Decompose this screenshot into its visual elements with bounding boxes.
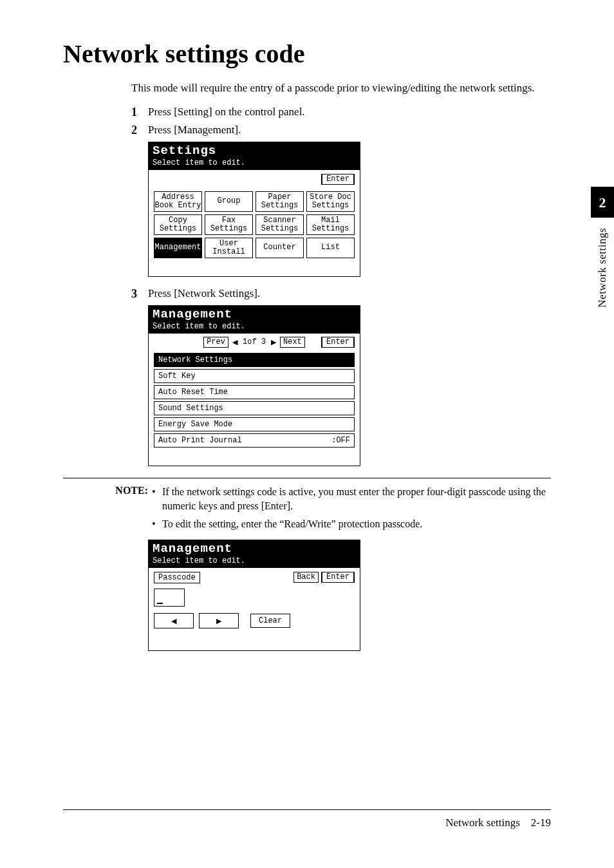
settings-grid-cell[interactable]: PaperSettings	[256, 191, 304, 212]
settings-grid-cell[interactable]: List	[306, 238, 355, 258]
note-item: If the network settings code is active, …	[152, 485, 551, 514]
note-list: If the network settings code is active, …	[152, 485, 551, 534]
lcd-settings-screen: Settings Select item to edit. Enter Addr…	[148, 142, 360, 277]
lcd-management-list-screen: Management Select item to edit. Prev ◀ 1…	[148, 305, 360, 466]
chapter-tab: 2	[591, 187, 614, 218]
footer-page-number: 2-19	[531, 816, 551, 829]
management-list-row[interactable]: Sound Settings	[154, 401, 355, 415]
lcd-body: Passcode Back Enter ◀ ▶ Clear	[149, 568, 360, 650]
passcode-input[interactable]	[154, 589, 185, 607]
lcd-subtitle: Select item to edit.	[153, 158, 356, 167]
settings-grid-cell[interactable]: ScannerSettings	[256, 214, 304, 235]
page-indicator: 1of 3	[241, 337, 267, 346]
document-page: Network settings code This mode will req…	[0, 0, 614, 693]
lcd-header: Settings Select item to edit.	[149, 142, 360, 170]
management-list-row[interactable]: Auto Reset Time	[154, 385, 355, 399]
step-2: 2 Press [Management]. Settings Select it…	[131, 124, 551, 277]
step-number: 2	[131, 124, 137, 137]
lcd-body: Enter AddressBook EntryGroupPaperSetting…	[149, 170, 360, 276]
lcd-passcode-screen: Management Select item to edit. Passcode…	[148, 540, 360, 651]
lcd-header: Management Select item to edit.	[149, 540, 360, 568]
step-text: Press [Management].	[148, 124, 241, 136]
page-footer: Network settings 2-19	[63, 809, 551, 829]
settings-grid-cell[interactable]: MailSettings	[306, 214, 355, 235]
note-label: NOTE:	[102, 485, 152, 534]
passcode-label: Passcode	[154, 572, 200, 583]
footer-section: Network settings	[445, 816, 520, 829]
triangle-right-icon: ▶	[216, 617, 221, 625]
enter-button[interactable]: Enter	[321, 572, 355, 583]
lcd-title: Management	[153, 543, 356, 555]
step-number: 1	[131, 106, 137, 119]
note-block: NOTE: If the network settings code is ac…	[102, 485, 551, 534]
triangle-right-icon: ▶	[271, 338, 276, 346]
management-list-row[interactable]: Soft Key	[154, 369, 355, 383]
step-number: 3	[131, 287, 137, 301]
settings-grid-cell[interactable]: AddressBook Entry	[154, 191, 202, 212]
lcd-title: Management	[153, 308, 356, 321]
chapter-side-label: Network settings	[596, 228, 609, 308]
management-list-row[interactable]: Auto Print Journal:OFF	[154, 433, 355, 448]
lcd-subtitle: Select item to edit.	[153, 322, 356, 331]
management-list: Network SettingsSoft KeyAuto Reset TimeS…	[154, 353, 355, 448]
lcd-title: Settings	[153, 145, 356, 157]
enter-button[interactable]: Enter	[321, 174, 355, 185]
management-list-row[interactable]: Network Settings	[154, 353, 355, 367]
arrow-right-button[interactable]: ▶	[199, 613, 239, 628]
divider	[63, 478, 551, 478]
arrow-left-button[interactable]: ◀	[154, 613, 194, 628]
back-button[interactable]: Back	[293, 572, 319, 583]
step-1: 1 Press [Setting] on the control panel.	[131, 106, 551, 118]
lcd-header: Management Select item to edit.	[149, 306, 360, 334]
enter-button[interactable]: Enter	[321, 337, 355, 348]
lcd-subtitle: Select item to edit.	[153, 556, 356, 565]
intro-paragraph: This mode will require the entry of a pa…	[131, 80, 551, 97]
page-title: Network settings code	[63, 39, 551, 69]
prev-button[interactable]: Prev	[203, 337, 228, 348]
note-item: To edit the setting, enter the “Read/Wri…	[152, 517, 551, 531]
triangle-left-icon: ◀	[232, 338, 237, 346]
step-text: Press [Setting] on the control panel.	[148, 106, 305, 118]
settings-grid: AddressBook EntryGroupPaperSettingsStore…	[154, 191, 355, 258]
settings-grid-cell[interactable]: Store DocSettings	[306, 191, 355, 212]
settings-grid-cell[interactable]: Management	[154, 238, 202, 258]
triangle-left-icon: ◀	[171, 617, 176, 625]
clear-button[interactable]: Clear	[250, 614, 290, 628]
footer-divider	[63, 809, 551, 810]
step-text: Press [Network Settings].	[148, 287, 260, 299]
lcd-body: Prev ◀ 1of 3 ▶ Next Enter Network Settin…	[149, 334, 360, 466]
settings-grid-cell[interactable]: Group	[205, 191, 253, 212]
settings-grid-cell[interactable]: CopySettings	[154, 214, 202, 235]
steps-list: 1 Press [Setting] on the control panel. …	[131, 106, 551, 466]
step-3: 3 Press [Network Settings]. Management S…	[131, 287, 551, 466]
management-list-row[interactable]: Energy Save Mode	[154, 417, 355, 431]
settings-grid-cell[interactable]: UserInstall	[205, 238, 253, 258]
cursor-icon	[157, 601, 163, 604]
settings-grid-cell[interactable]: Counter	[256, 238, 304, 258]
settings-grid-cell[interactable]: FaxSettings	[205, 214, 253, 235]
next-button[interactable]: Next	[280, 337, 305, 348]
